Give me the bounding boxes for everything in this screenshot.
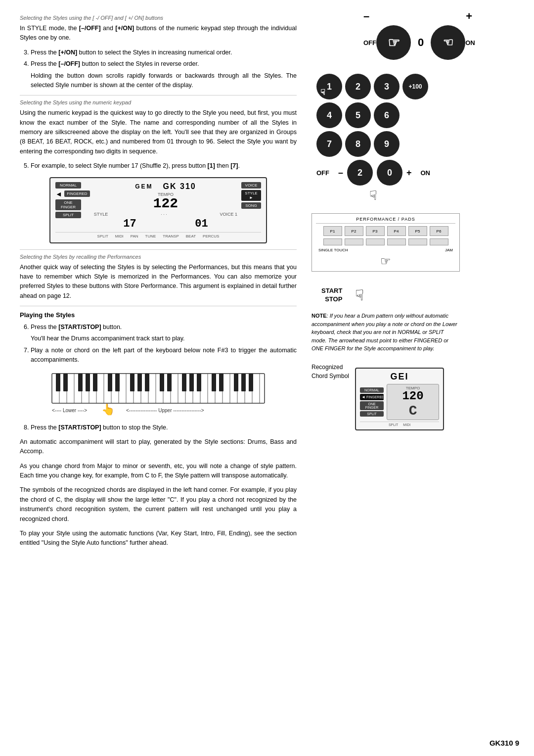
svg-rect-43 (197, 374, 201, 391)
svg-rect-47 (241, 374, 246, 391)
note-block: NOTE: If you hear a Drum pattern only wi… (312, 312, 460, 353)
pad-p3[interactable]: P3 (366, 226, 385, 236)
pad-lower-2 (345, 238, 363, 245)
gem-display: NORMAL ◄ FINGERED ONE FINGER SPLIT GEM G… (49, 177, 267, 243)
num-empty2 (402, 131, 428, 157)
section2-body: Using the numeric keypad is the quickest… (20, 108, 297, 156)
hand-icon-1: ☟ (320, 88, 325, 97)
pad-p1[interactable]: P1 (323, 226, 342, 236)
split-btn: SPLIT (55, 212, 81, 218)
num-btn-8[interactable]: 8 (345, 131, 371, 157)
pad-p4[interactable]: P4 (387, 226, 406, 236)
num-btn-2[interactable]: 2 (345, 74, 371, 99)
gem-bottom-labels: SPLIT MIDI PAN TUNE TRANSP BEAT PERCUS (55, 232, 261, 238)
style-body: To play your Style using the automatic f… (20, 529, 297, 548)
gem-style-num: 17 (123, 218, 136, 230)
left-column: Selecting the Styles using the [ -/ OFF]… (0, 0, 307, 756)
step-8: Press the [START/STOP] button to stop th… (31, 423, 297, 432)
num-btn-4[interactable]: 4 (316, 102, 342, 128)
pad-p2[interactable]: P2 (345, 226, 363, 236)
hand-pads-icon: ☞ (380, 254, 391, 268)
zero-label: 0 (418, 36, 424, 49)
hand-pointing-icon: 👆 (101, 403, 115, 416)
num-btn-6[interactable]: 6 (374, 102, 400, 128)
step-4: Press the [–/OFF] button to select the S… (31, 59, 297, 90)
right-column: – + OFF ☞ 0 ☞ ON (307, 0, 534, 756)
num-btn-2b[interactable]: 2 (347, 160, 373, 186)
svg-rect-33 (93, 374, 97, 391)
chord-body2: The symbols of the recognized chords are… (20, 485, 297, 524)
step-3: Press the [+/ON] button to select the St… (31, 48, 297, 57)
svg-rect-46 (234, 374, 238, 391)
normal-btn: NORMAL (55, 182, 81, 189)
perf-pads-lower-grid (316, 238, 455, 245)
pad-p6[interactable]: P6 (430, 226, 448, 236)
voice-btn: VOICE (241, 182, 261, 189)
svg-rect-45 (219, 374, 223, 391)
gei-brand: GEI (360, 372, 439, 382)
plus-btn-arrow: ☞ (443, 36, 453, 49)
num-btn-5[interactable]: 5 (345, 102, 371, 128)
pad-lower-1 (323, 238, 342, 245)
svg-rect-34 (108, 374, 112, 391)
gei-tempo-value: 120 (390, 390, 436, 402)
pad-p5[interactable]: P5 (408, 226, 427, 236)
section3-body: Another quick way of selecting the Style… (20, 263, 297, 301)
fingered-btn: FINGERED (64, 190, 90, 197)
minus-plus-area: – + OFF ☞ 0 ☞ ON (312, 10, 524, 64)
keyboard-lower-label: <---- Lower ----> (52, 408, 87, 413)
hand-numpad: ☟ (316, 188, 430, 203)
svg-rect-31 (78, 374, 83, 391)
keyboard-diagram: /* rendered by inline svg below */ (49, 371, 267, 417)
svg-rect-32 (86, 374, 90, 391)
num-btn-9[interactable]: 9 (374, 131, 400, 157)
step-5: For example, to select Style number 17 (… (31, 161, 297, 171)
numpad-container: 1 ☟ 2 3 +100 4 5 6 7 8 9 OFF – (316, 74, 430, 203)
off2-label: OFF (316, 169, 329, 177)
gem-brand: GEM (135, 183, 153, 190)
style-btn: STYLE ► (241, 190, 261, 201)
chord-body1: As you change chord from Major to minor … (20, 462, 297, 481)
off-label: OFF (363, 39, 376, 47)
on-label: ON (465, 39, 475, 47)
plus2-sign: + (406, 168, 412, 178)
steps-list: Press the [+/ON] button to select the St… (20, 48, 297, 91)
on2-label: ON (421, 169, 431, 177)
svg-rect-40 (167, 374, 172, 391)
gei-display: GEI NORMAL ◄ FINGERED ONE FINGER SPLIT T… (355, 368, 444, 430)
num-btn-3[interactable]: 3 (374, 74, 400, 99)
plus-btn[interactable]: ☞ (431, 25, 465, 60)
gei-buttons-left: NORMAL ◄ FINGERED ONE FINGER SPLIT (360, 387, 384, 417)
num-btn-1[interactable]: 1 ☟ (316, 74, 342, 99)
perf-pads-title: PERFORMANCE / PADS (316, 217, 455, 224)
gem-numbers-row: 17 01 (94, 218, 237, 230)
pad-lower-6 (430, 238, 448, 245)
gei-one-finger-btn: ONE FINGER (360, 401, 384, 410)
pad-lower-5 (408, 238, 427, 245)
page-footer: GK310 9 (490, 739, 519, 747)
gem-style-row: STYLE · · · VOICE 1 (94, 212, 237, 217)
start-stop-area: START STOP ☟ (321, 286, 524, 304)
svg-rect-35 (115, 374, 120, 391)
step8-list: Press the [START/STOP] button to stop th… (20, 423, 297, 432)
keyboard-upper-label: <----------------- Upper ---------------… (126, 408, 204, 413)
num-btn-plus100[interactable]: +100 (402, 74, 428, 99)
step-7: Play a note or chord on the left part of… (31, 346, 297, 365)
svg-rect-37 (137, 374, 142, 391)
gem-style-label: STYLE (94, 212, 108, 217)
section1-label: Selecting the Styles using the [ -/ OFF]… (20, 15, 297, 21)
num-empty1 (402, 102, 428, 128)
num-btn-0[interactable]: 0 (377, 160, 402, 186)
start-label: START (321, 287, 342, 295)
gem-model: GK 310 (163, 182, 196, 191)
perf-pads-box: PERFORMANCE / PADS P1 P2 P3 P4 P5 P6 (312, 213, 460, 272)
svg-rect-48 (249, 374, 253, 391)
minus-sign: – (363, 10, 369, 23)
num-btn-7[interactable]: 7 (316, 131, 342, 157)
svg-rect-0 (52, 374, 265, 403)
step-4-sub: Holding the button down scrolls rapidly … (20, 71, 297, 91)
gei-bottom-labels: SPLIT MIDI (360, 422, 439, 426)
minus-btn[interactable]: ☞ (376, 25, 411, 60)
pad-lower-4 (387, 238, 406, 245)
num-1-label: 1 (327, 82, 332, 92)
